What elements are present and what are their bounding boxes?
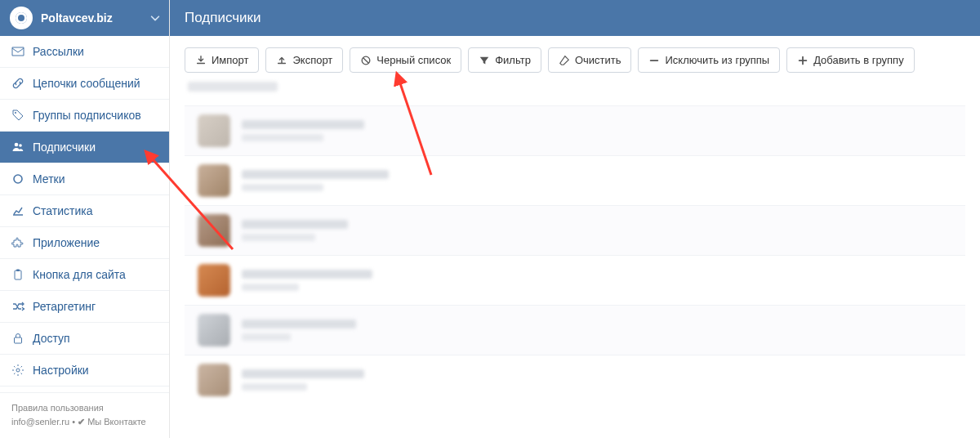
sidebar-item-label: Настройки	[33, 364, 89, 377]
avatar	[198, 214, 230, 247]
chart-icon	[11, 204, 24, 217]
add-to-group-button[interactable]: Добавить в группу	[786, 47, 915, 73]
users-icon	[11, 141, 24, 154]
list-item[interactable]	[185, 205, 965, 255]
topbar: Подписчики	[170, 0, 980, 36]
minus-icon	[648, 55, 660, 66]
puzzle-icon	[11, 236, 24, 249]
svg-rect-5	[16, 270, 20, 272]
avatar	[198, 164, 230, 197]
import-button[interactable]: Импорт	[185, 47, 259, 73]
sidebar-item-label: Метки	[33, 172, 65, 185]
main: Подписчики Импорт Экспорт Черный список	[170, 0, 980, 438]
sidebar-item-chains[interactable]: Цепочки сообщений	[0, 68, 169, 100]
filter-button[interactable]: Фильтр	[468, 47, 541, 73]
svg-rect-4	[15, 270, 21, 279]
svg-point-7	[16, 369, 20, 372]
sidebar-item-label: Ретаргетинг	[33, 300, 96, 313]
sidebar-footer: Правила пользования info@senler.ru • ✔ М…	[0, 392, 169, 438]
sidebar-item-settings[interactable]: Настройки	[0, 355, 169, 387]
list-item[interactable]	[185, 305, 965, 355]
sidebar-item-label: Доступ	[33, 332, 70, 345]
chevron-down-icon	[149, 12, 161, 24]
page-title: Подписчики	[185, 10, 261, 26]
download-icon	[195, 55, 207, 66]
list-item[interactable]	[185, 105, 965, 155]
content: Импорт Экспорт Черный список Фильтр Очис…	[170, 36, 980, 438]
sidebar-item-label: Подписчики	[33, 141, 96, 154]
plus-icon	[797, 55, 808, 66]
avatar	[198, 114, 230, 147]
sidebar-item-app[interactable]: Приложение	[0, 227, 169, 259]
gear-icon	[11, 364, 24, 377]
sidebar-item-label: Приложение	[33, 236, 100, 249]
exclude-from-group-button[interactable]: Исключить из группы	[638, 47, 780, 73]
list-item[interactable]	[185, 355, 965, 404]
sidebar-item-label: Группы подписчиков	[33, 109, 141, 122]
brand-switcher[interactable]: Poltavcev.biz	[0, 0, 169, 36]
subscriber-list	[185, 105, 965, 404]
upload-icon	[276, 55, 287, 66]
toolbar: Импорт Экспорт Черный список Фильтр Очис…	[185, 47, 965, 73]
sidebar-item-mailings[interactable]: Рассылки	[0, 36, 169, 68]
sidebar-item-subscribers[interactable]: Подписчики	[0, 132, 169, 163]
sidebar-item-label: Кнопка для сайта	[33, 268, 126, 281]
list-item[interactable]	[185, 255, 965, 305]
sidebar-item-labels[interactable]: Метки	[0, 163, 169, 195]
result-count	[188, 81, 965, 97]
envelope-icon	[11, 45, 24, 58]
clear-button[interactable]: Очистить	[548, 47, 632, 73]
sidebar-item-retargeting[interactable]: Ретаргетинг	[0, 291, 169, 323]
avatar	[198, 264, 230, 297]
svg-point-0	[15, 112, 16, 114]
avatar	[198, 314, 230, 346]
filter-icon	[479, 55, 490, 66]
sidebar-item-sitebutton[interactable]: Кнопка для сайта	[0, 259, 169, 291]
sidebar-item-label: Рассылки	[33, 45, 84, 58]
sidebar-item-stats[interactable]: Статистика	[0, 195, 169, 227]
list-item[interactable]	[185, 155, 965, 205]
svg-point-3	[14, 175, 22, 183]
terms-link[interactable]: Правила пользования	[11, 401, 158, 415]
blacklist-button[interactable]: Черный список	[350, 47, 461, 73]
brand-name: Poltavcev.biz	[41, 11, 149, 25]
tags-icon	[11, 109, 24, 122]
svg-point-1	[15, 143, 19, 147]
vk-icon: ✔	[78, 417, 85, 427]
footer-vk-link[interactable]: Мы Вконтакте	[87, 417, 146, 427]
ban-icon	[360, 55, 372, 66]
sidebar-item-access[interactable]: Доступ	[0, 323, 169, 355]
sidebar-item-groups[interactable]: Группы подписчиков	[0, 100, 169, 132]
brand-logo	[10, 7, 33, 29]
shuffle-icon	[11, 300, 24, 313]
sidebar-nav: Рассылки Цепочки сообщений Группы подпис…	[0, 36, 169, 392]
sidebar-item-label: Статистика	[33, 204, 93, 217]
clipboard-icon	[11, 268, 24, 281]
avatar	[198, 364, 230, 396]
circle-icon	[11, 172, 24, 185]
lock-icon	[11, 332, 24, 345]
svg-rect-6	[15, 337, 22, 343]
export-button[interactable]: Экспорт	[265, 47, 343, 73]
footer-email[interactable]: info@senler.ru	[11, 417, 69, 427]
svg-point-2	[19, 144, 22, 147]
sidebar-item-label: Цепочки сообщений	[33, 77, 140, 90]
eraser-icon	[559, 55, 570, 66]
link-icon	[11, 77, 24, 90]
sidebar: Poltavcev.biz Рассылки Цепочки сообщений…	[0, 0, 170, 438]
